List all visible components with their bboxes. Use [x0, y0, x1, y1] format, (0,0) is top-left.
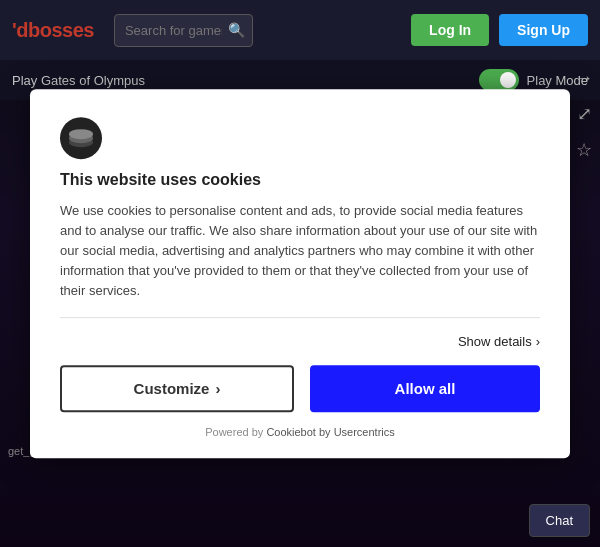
- allow-all-button[interactable]: Allow all: [310, 365, 540, 412]
- customize-button[interactable]: Customize ›: [60, 365, 294, 412]
- cookiebot-link[interactable]: Cookiebot by Usercentrics: [266, 426, 394, 438]
- expand-icon[interactable]: ⤢: [577, 103, 592, 125]
- logo: 'dbosses: [12, 19, 94, 42]
- cookie-logo-icon: [60, 117, 102, 159]
- cookie-actions: Customize › Allow all: [60, 365, 540, 412]
- side-icons-panel: → ⤢ ☆: [568, 60, 600, 169]
- star-icon[interactable]: ☆: [576, 139, 592, 161]
- chevron-right-icon: ›: [536, 334, 540, 349]
- logo-prefix: 'd: [12, 19, 28, 41]
- customize-chevron-icon: ›: [215, 380, 220, 397]
- show-details-button[interactable]: Show details ›: [458, 334, 540, 349]
- svg-point-2: [69, 129, 93, 139]
- header: 'dbosses 🔍 Log In Sign Up: [0, 0, 600, 60]
- login-button[interactable]: Log In: [411, 14, 489, 46]
- cookie-title: This website uses cookies: [60, 171, 540, 189]
- powered-by-text: Powered by: [205, 426, 263, 438]
- logo-accent: bosses: [28, 19, 94, 41]
- search-box: 🔍: [114, 14, 253, 47]
- cookie-brand-icon: [67, 124, 95, 152]
- show-details-row: Show details ›: [60, 334, 540, 349]
- cookie-body-text: We use cookies to personalise content an…: [60, 201, 540, 302]
- customize-label: Customize: [134, 380, 210, 397]
- powered-by-row: Powered by Cookiebot by Usercentrics: [60, 426, 540, 438]
- arrow-right-icon[interactable]: →: [575, 68, 593, 89]
- play-game-label: Play Gates of Olympus: [12, 73, 145, 88]
- show-details-label: Show details: [458, 334, 532, 349]
- cookie-divider: [60, 317, 540, 318]
- cookie-modal: This website uses cookies We use cookies…: [30, 89, 570, 459]
- search-icon: 🔍: [228, 22, 245, 38]
- chat-button[interactable]: Chat: [529, 504, 590, 537]
- signup-button[interactable]: Sign Up: [499, 14, 588, 46]
- cookie-logo: [60, 117, 540, 159]
